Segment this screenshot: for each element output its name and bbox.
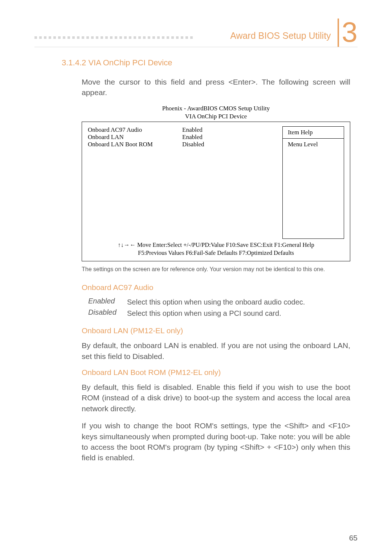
bios-row: Onboard LAN Enabled xyxy=(88,134,275,141)
definition-desc: Select this option when using a PCI soun… xyxy=(127,308,350,318)
bios-help-title: Item Help xyxy=(283,127,344,139)
bios-setting-label: Onboard LAN Boot ROM xyxy=(88,141,182,148)
intro-paragraph: Move the cursor to this field and press … xyxy=(82,77,350,98)
bios-title-line2: VIA OnChip PCI Device xyxy=(185,113,247,120)
chapter-header: Award BIOS Setup Utility 3 xyxy=(34,15,358,47)
bios-setting-value: Disabled xyxy=(182,141,222,148)
bios-title-line1: Phoenix - AwardBIOS CMOS Setup Utility xyxy=(162,105,270,112)
bios-footer-line1: ↑↓→← Move Enter:Select +/-/PU/PD:Value F… xyxy=(88,241,344,249)
definition-row: Disabled Select this option when using a… xyxy=(82,308,350,318)
onboard-lan-paragraph: By default, the onboard LAN is enabled. … xyxy=(82,340,350,362)
chapter-title: Award BIOS Setup Utility xyxy=(230,30,331,41)
bios-footer-line2: F5:Previous Values F6:Fail-Safe Defaults… xyxy=(88,249,344,257)
section-heading: 3.1.4.2 VIA OnChip PCI Device xyxy=(62,58,358,68)
bios-menu-level: Menu Level xyxy=(283,139,344,150)
bios-title: Phoenix - AwardBIOS CMOS Setup Utility V… xyxy=(82,105,350,121)
chapter-number: 3 xyxy=(342,18,358,46)
bios-row: Onboard AC97 Audio Enabled xyxy=(88,126,275,134)
bios-help-panel: Item Help Menu Level xyxy=(282,126,344,239)
bios-setting-value: Enabled xyxy=(182,134,222,141)
subheading-lan-boot-rom: Onboard LAN Boot ROM (PM12-EL only) xyxy=(82,368,358,377)
bios-box: Onboard AC97 Audio Enabled Onboard LAN E… xyxy=(82,122,350,261)
bios-setting-label: Onboard LAN xyxy=(88,134,182,141)
bios-screenshot: Phoenix - AwardBIOS CMOS Setup Utility V… xyxy=(82,105,350,261)
decorative-dots xyxy=(34,36,193,39)
bios-setting-label: Onboard AC97 Audio xyxy=(88,126,182,134)
definition-term: Enabled xyxy=(82,297,127,307)
bios-settings-panel: Onboard AC97 Audio Enabled Onboard LAN E… xyxy=(88,126,282,239)
bios-footer: ↑↓→← Move Enter:Select +/-/PU/PD:Value F… xyxy=(88,241,344,257)
chapter-number-box: 3 xyxy=(338,19,358,47)
definition-term: Disabled xyxy=(82,308,127,318)
definition-list: Enabled Select this option when using th… xyxy=(82,297,350,318)
lan-boot-rom-paragraph-1: By default, this field is disabled. Enab… xyxy=(82,382,350,414)
bios-caption: The settings on the screen are for refer… xyxy=(82,266,350,273)
subheading-onboard-lan: Onboard LAN (PM12-EL only) xyxy=(82,326,358,335)
bios-setting-value: Enabled xyxy=(182,126,222,134)
page-number: 65 xyxy=(349,534,358,542)
lan-boot-rom-paragraph-2: If you wish to change the boot ROM's set… xyxy=(82,420,350,463)
definition-row: Enabled Select this option when using th… xyxy=(82,297,350,307)
subheading-ac97: Onboard AC97 Audio xyxy=(82,283,358,292)
definition-desc: Select this option when using the onboar… xyxy=(127,297,350,307)
bios-row: Onboard LAN Boot ROM Disabled xyxy=(88,141,275,148)
